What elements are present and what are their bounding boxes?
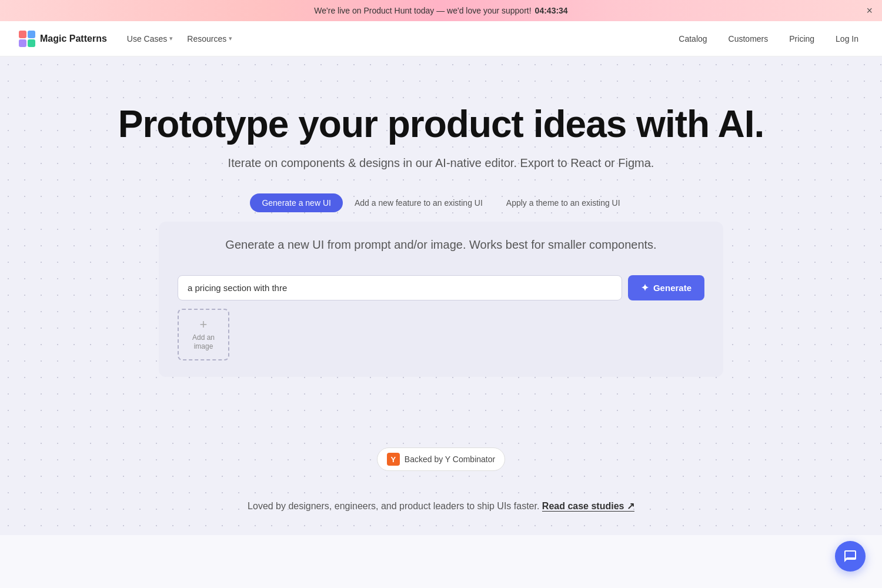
- chat-button[interactable]: [835, 541, 866, 572]
- tab-generate-new[interactable]: Generate a new UI: [250, 193, 343, 212]
- announcement-close-button[interactable]: ×: [866, 5, 873, 16]
- main-content: Prototype your product ideas with AI. It…: [0, 56, 882, 535]
- case-studies-link[interactable]: Read case studies ↗: [542, 501, 634, 512]
- hero-subheadline: Iterate on components & designs in our A…: [19, 156, 863, 170]
- nav-use-cases[interactable]: Use Cases ▾: [121, 31, 179, 47]
- yc-text: Backed by Y Combinator: [405, 455, 495, 464]
- yc-badge: Y Backed by Y Combinator: [377, 447, 505, 471]
- input-row: ✦ Generate: [178, 275, 704, 300]
- plus-icon: +: [200, 318, 208, 331]
- chat-icon: [843, 549, 857, 563]
- logo-icon: [19, 31, 35, 47]
- generator-box: Generate a new UI from prompt and/or ima…: [159, 222, 723, 377]
- nav-right: Catalog Customers Pricing Log In: [674, 32, 863, 46]
- loved-text: Loved by designers, engineers, and produ…: [248, 501, 539, 511]
- nav-pricing[interactable]: Pricing: [784, 32, 819, 46]
- yc-logo: Y: [387, 453, 400, 466]
- tab-add-feature[interactable]: Add a new feature to an existing UI: [343, 193, 495, 212]
- navbar: Magic Patterns Use Cases ▾ Resources ▾ C…: [0, 21, 882, 56]
- hero-section: Prototype your product ideas with AI. It…: [0, 56, 882, 412]
- countdown-timer: 04:43:34: [535, 6, 568, 15]
- svg-rect-0: [19, 31, 26, 38]
- nav-menu: Use Cases ▾ Resources ▾: [121, 31, 238, 47]
- announcement-bar: We're live on Product Hunt today — we'd …: [0, 0, 882, 21]
- chevron-down-icon: ▾: [229, 35, 232, 42]
- nav-catalog[interactable]: Catalog: [674, 32, 711, 46]
- add-image-button[interactable]: + Add animage: [178, 309, 229, 360]
- prompt-input[interactable]: [178, 275, 622, 300]
- logo-text: Magic Patterns: [40, 34, 107, 44]
- add-image-label: Add animage: [192, 333, 215, 352]
- nav-login[interactable]: Log In: [831, 32, 863, 46]
- sparkle-icon: ✦: [641, 282, 649, 293]
- hero-headline: Prototype your product ideas with AI.: [19, 103, 863, 145]
- chevron-down-icon: ▾: [169, 35, 173, 42]
- yc-section: Y Backed by Y Combinator: [0, 412, 882, 489]
- loved-section: Loved by designers, engineers, and produ…: [0, 489, 882, 535]
- generate-button[interactable]: ✦ Generate: [628, 275, 704, 300]
- tab-apply-theme[interactable]: Apply a theme to an existing UI: [495, 193, 632, 212]
- svg-rect-2: [19, 39, 26, 47]
- nav-customers[interactable]: Customers: [724, 32, 773, 46]
- tab-selector: Generate a new UI Add a new feature to a…: [19, 193, 863, 212]
- svg-rect-3: [28, 39, 35, 47]
- logo-link[interactable]: Magic Patterns: [19, 31, 107, 47]
- nav-left: Magic Patterns Use Cases ▾ Resources ▾: [19, 31, 238, 47]
- generator-description: Generate a new UI from prompt and/or ima…: [178, 238, 704, 252]
- announcement-text: We're live on Product Hunt today — we'd …: [314, 6, 531, 15]
- nav-resources[interactable]: Resources ▾: [181, 31, 238, 47]
- svg-rect-1: [28, 31, 35, 38]
